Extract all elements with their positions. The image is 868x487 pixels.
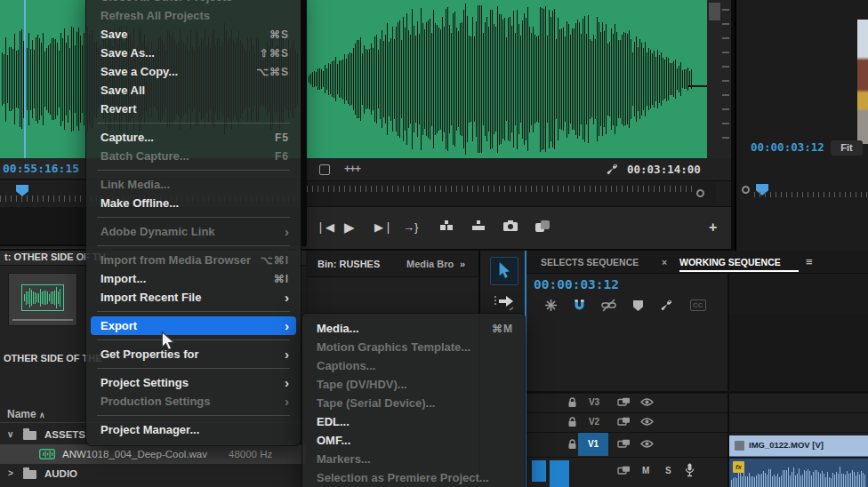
timeline-clip-audio[interactable]: fx (729, 459, 868, 487)
track-label-v1-targeted[interactable]: V1 (578, 433, 608, 456)
clip-row-selected[interactable]: ANW1018_004_Deep-Cool.wav 48000 Hz (0, 444, 306, 464)
program-mini-timeline[interactable] (736, 178, 868, 204)
track-header-a1[interactable] (550, 460, 569, 487)
panel-divider[interactable] (301, 0, 307, 244)
submenu-arrow-icon: › (285, 373, 289, 392)
step-forward-button[interactable]: ▶❘ (374, 220, 393, 236)
menu-separator (86, 212, 301, 222)
lock-icon[interactable] (567, 397, 577, 408)
linked-selection-icon[interactable] (601, 299, 616, 312)
clip-waveform-view[interactable] (307, 0, 707, 158)
track-select-forward-tool[interactable] (492, 293, 517, 313)
timeline-clip-video[interactable]: IMG_0122.MOV [V] (729, 435, 868, 457)
menu-item-export[interactable]: Export › (91, 316, 296, 335)
program-video-frame (857, 20, 868, 144)
source-patch-a1[interactable] (532, 460, 546, 482)
track-output-eye-icon[interactable] (640, 397, 654, 407)
lock-icon[interactable] (567, 417, 577, 427)
premiere-pro-window: 00:55:16:15 t: OTHER SIDE OF TH OTHER SI… (0, 0, 868, 487)
mute-button[interactable]: M (642, 466, 649, 475)
export-submenu: Media... ⌘M Motion Graphics Template... … (301, 313, 526, 487)
menu-item-import-recent-file[interactable]: Import Recent File › (86, 288, 301, 307)
sync-lock-icon[interactable] (617, 417, 631, 427)
drag-video-icon[interactable] (319, 164, 330, 175)
track-label-v2[interactable]: V2 (582, 417, 607, 427)
menu-item-captions: Captions... (302, 356, 525, 375)
timeline-settings-wrench-icon[interactable] (660, 299, 673, 312)
menu-item-save-a-copy[interactable]: Save a Copy... ⌥⌘S (86, 62, 301, 81)
playhead-line[interactable] (24, 0, 26, 158)
menu-separator (86, 307, 301, 316)
selection-tool-button[interactable] (490, 257, 518, 285)
nest-sequence-icon[interactable] (544, 299, 558, 312)
menu-item-capture[interactable]: Capture... F5 (86, 128, 301, 147)
menu-item-save[interactable]: Save ⌘S (86, 25, 301, 44)
clip-label: IMG_0122.MOV [V] (749, 440, 824, 450)
step-back-button[interactable]: ❘◀ (316, 220, 334, 236)
menu-item-save-as[interactable]: Save As... ⇧⌘S (86, 44, 301, 62)
captions-icon[interactable]: CC (690, 299, 706, 311)
bin-row-audio[interactable]: > AUDIO (0, 464, 306, 483)
ruler-ticks (307, 186, 695, 192)
clip-preview-thumbnail[interactable] (8, 273, 77, 326)
menu-item-get-properties-for[interactable]: Get Properties for › (86, 345, 301, 363)
comparison-view-button[interactable] (534, 220, 551, 234)
settings-wrench-icon[interactable] (606, 163, 619, 176)
menu-item-project-settings[interactable]: Project Settings › (86, 373, 301, 392)
menu-item-omf[interactable]: OMF... (302, 431, 525, 450)
timeline-track-area-lower (729, 315, 868, 391)
sync-lock-icon[interactable] (617, 397, 631, 407)
track-output-eye-icon[interactable] (640, 439, 654, 449)
submenu-arrow-icon: › (285, 222, 289, 241)
menu-separator (86, 165, 301, 175)
sync-lock-icon[interactable] (617, 439, 631, 449)
clip-monitor: +++ 00:03:14:00 ❘◀ ▶ ▶❘ →} (307, 0, 735, 251)
sync-lock-icon[interactable] (617, 466, 631, 475)
menu-item-save-all[interactable]: Save All (86, 81, 301, 100)
submenu-arrow-icon: › (285, 316, 289, 335)
thumbnail-scrubber[interactable] (12, 319, 73, 321)
menu-item-edl[interactable]: EDL... (302, 412, 525, 431)
menu-separator (86, 335, 301, 345)
expand-caret-icon[interactable]: > (8, 464, 13, 483)
source-timecode: 00:55:16:15 (3, 162, 79, 175)
menu-item-import[interactable]: Import... ⌘I (86, 269, 301, 288)
sort-ascending-icon: ∧ (39, 411, 45, 419)
drag-audio-icon[interactable]: +++ (344, 163, 360, 175)
track-output-eye-icon[interactable] (640, 417, 654, 427)
insert-button[interactable] (438, 220, 454, 234)
export-frame-button[interactable] (502, 220, 518, 232)
button-editor-icon[interactable]: + (709, 220, 717, 236)
add-marker-icon[interactable] (633, 300, 643, 311)
zero-axis-line (687, 85, 707, 87)
zoom-level-dropdown[interactable]: Fit (831, 140, 863, 156)
clip-mini-timeline[interactable] (307, 182, 716, 206)
panel-menu-icon[interactable]: ≡ (806, 251, 813, 274)
solo-button[interactable]: S (665, 466, 671, 475)
track-label-v3[interactable]: V3 (582, 397, 607, 407)
go-to-out-button[interactable]: →} (403, 220, 418, 236)
menu-item-make-offline[interactable]: Make Offline... (86, 194, 301, 212)
menu-item-adobe-dynamic-link: Adobe Dynamic Link › (86, 222, 301, 241)
audio-fx-badge: fx (733, 461, 744, 473)
tab-selects-sequence[interactable]: SELECTS SEQUENCE (541, 251, 639, 274)
tab-close-icon[interactable]: × (662, 251, 667, 274)
scroll-knob-icon[interactable] (742, 186, 750, 194)
collapse-caret-icon[interactable]: ∨ (7, 425, 13, 444)
tab-media-browser[interactable]: Media Bro (406, 251, 454, 277)
lock-icon[interactable] (567, 439, 577, 450)
clip-monitor-timecode: 00:03:14:00 (627, 163, 701, 176)
audio-waveform (307, 0, 695, 158)
menu-item-revert[interactable]: Revert (86, 100, 301, 118)
voiceover-mic-icon[interactable] (685, 463, 695, 477)
menu-item-export-media[interactable]: Media... ⌘M (302, 319, 525, 338)
sample-rate: 48000 Hz (229, 444, 272, 464)
scrollbar-handle[interactable] (709, 3, 720, 20)
scroll-knob-icon[interactable] (696, 189, 704, 197)
overwrite-button[interactable] (470, 220, 486, 234)
tab-overflow-icon[interactable]: » (460, 251, 465, 277)
play-button[interactable]: ▶ (344, 220, 355, 236)
snap-magnet-icon[interactable] (573, 299, 586, 312)
menu-item-project-manager[interactable]: Project Manager... (86, 420, 301, 439)
tab-bin-rushes[interactable]: Bin: RUSHES (317, 251, 380, 277)
